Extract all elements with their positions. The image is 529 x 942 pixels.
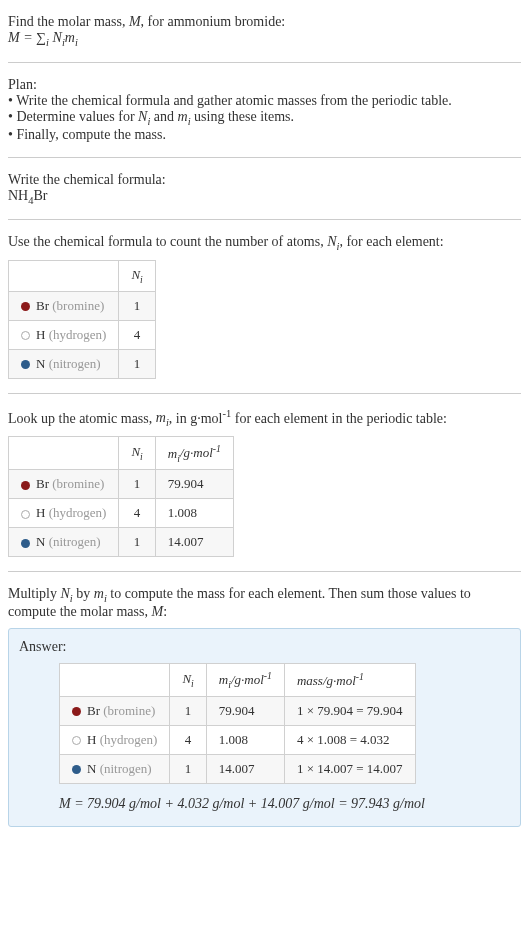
mi-cell: 1.008 (206, 725, 284, 754)
element-cell: N (nitrogen) (9, 349, 119, 378)
plan-title: Plan: (8, 77, 521, 93)
element-dot-icon (72, 736, 81, 745)
element-cell: H (hydrogen) (9, 499, 119, 528)
molar-mass-formula: M = ∑i Nimi (8, 30, 521, 48)
ni-cell: 1 (119, 470, 155, 499)
header-ni: Ni (119, 261, 155, 292)
element-dot-icon (72, 707, 81, 716)
table-row: N (nitrogen) 1 (9, 349, 156, 378)
header-blank (9, 261, 119, 292)
mi-cell: 1.008 (155, 499, 233, 528)
table-row: Br (bromine) 1 79.904 1 × 79.904 = 79.90… (60, 696, 416, 725)
table-row: H (hydrogen) 4 1.008 (9, 499, 234, 528)
ni-cell: 1 (119, 528, 155, 557)
table-row: N (nitrogen) 1 14.007 (9, 528, 234, 557)
element-dot-icon (21, 481, 30, 490)
final-mass: M = 79.904 g/mol + 4.032 g/mol + 14.007 … (59, 796, 510, 812)
step1-section: Write the chemical formula: NH4Br (8, 166, 521, 212)
chemical-formula: NH4Br (8, 188, 521, 206)
ni-cell: 1 (170, 696, 206, 725)
element-dot-icon (21, 510, 30, 519)
element-dot-icon (21, 302, 30, 311)
answer-box: Answer: Ni mi/g·mol-1 mass/g·mol-1 Br (b… (8, 628, 521, 827)
header-mi: mi/g·mol-1 (155, 437, 233, 470)
intro-section: Find the molar mass, M, for ammonium bro… (8, 8, 521, 54)
ni-cell: 4 (119, 320, 155, 349)
table-row: Br (bromine) 1 79.904 (9, 470, 234, 499)
step3-section: Look up the atomic mass, mi, in g·mol-1 … (8, 402, 521, 563)
step1-title: Write the chemical formula: (8, 172, 521, 188)
table-row: Br (bromine) 1 (9, 291, 156, 320)
mi-cell: 14.007 (155, 528, 233, 557)
plan-bullet-1: • Write the chemical formula and gather … (8, 93, 521, 109)
plan-section: Plan: • Write the chemical formula and g… (8, 71, 521, 149)
answer-label: Answer: (19, 639, 510, 655)
divider (8, 157, 521, 158)
element-dot-icon (21, 331, 30, 340)
ni-cell: 1 (119, 349, 155, 378)
mass-cell: 4 × 1.008 = 4.032 (284, 725, 415, 754)
mi-cell: 79.904 (155, 470, 233, 499)
step4-title: Multiply Ni by mi to compute the mass fo… (8, 586, 521, 620)
intro-line: Find the molar mass, M, for ammonium bro… (8, 14, 521, 30)
divider (8, 219, 521, 220)
table-row: H (hydrogen) 4 (9, 320, 156, 349)
divider (8, 62, 521, 63)
element-cell: Br (bromine) (60, 696, 170, 725)
element-cell: H (hydrogen) (60, 725, 170, 754)
header-mi: mi/g·mol-1 (206, 663, 284, 696)
header-ni: Ni (119, 437, 155, 470)
step2-section: Use the chemical formula to count the nu… (8, 228, 521, 384)
divider (8, 571, 521, 572)
element-cell: N (nitrogen) (60, 754, 170, 783)
plan-bullet-2: • Determine values for Ni and mi using t… (8, 109, 521, 127)
step2-title: Use the chemical formula to count the nu… (8, 234, 521, 252)
mi-cell: 14.007 (206, 754, 284, 783)
element-cell: H (hydrogen) (9, 320, 119, 349)
element-cell: N (nitrogen) (9, 528, 119, 557)
atomic-mass-table: Ni mi/g·mol-1 Br (bromine) 1 79.904 H (h… (8, 436, 234, 557)
header-mass: mass/g·mol-1 (284, 663, 415, 696)
element-dot-icon (72, 765, 81, 774)
element-cell: Br (bromine) (9, 291, 119, 320)
atom-count-table: Ni Br (bromine) 1 H (hydrogen) 4 N (nitr… (8, 260, 156, 379)
ni-cell: 4 (170, 725, 206, 754)
mi-cell: 79.904 (206, 696, 284, 725)
step3-title: Look up the atomic mass, mi, in g·mol-1 … (8, 408, 521, 428)
table-header-row: Ni mi/g·mol-1 (9, 437, 234, 470)
table-header-row: Ni (9, 261, 156, 292)
header-blank (60, 663, 170, 696)
element-dot-icon (21, 360, 30, 369)
table-row: N (nitrogen) 1 14.007 1 × 14.007 = 14.00… (60, 754, 416, 783)
header-blank (9, 437, 119, 470)
table-row: H (hydrogen) 4 1.008 4 × 1.008 = 4.032 (60, 725, 416, 754)
ni-cell: 1 (170, 754, 206, 783)
mass-cell: 1 × 14.007 = 14.007 (284, 754, 415, 783)
header-ni: Ni (170, 663, 206, 696)
answer-table: Ni mi/g·mol-1 mass/g·mol-1 Br (bromine) … (59, 663, 416, 784)
element-cell: Br (bromine) (9, 470, 119, 499)
table-header-row: Ni mi/g·mol-1 mass/g·mol-1 (60, 663, 416, 696)
ni-cell: 1 (119, 291, 155, 320)
mass-cell: 1 × 79.904 = 79.904 (284, 696, 415, 725)
plan-bullet-3: • Finally, compute the mass. (8, 127, 521, 143)
divider (8, 393, 521, 394)
element-dot-icon (21, 539, 30, 548)
step4-section: Multiply Ni by mi to compute the mass fo… (8, 580, 521, 833)
ni-cell: 4 (119, 499, 155, 528)
